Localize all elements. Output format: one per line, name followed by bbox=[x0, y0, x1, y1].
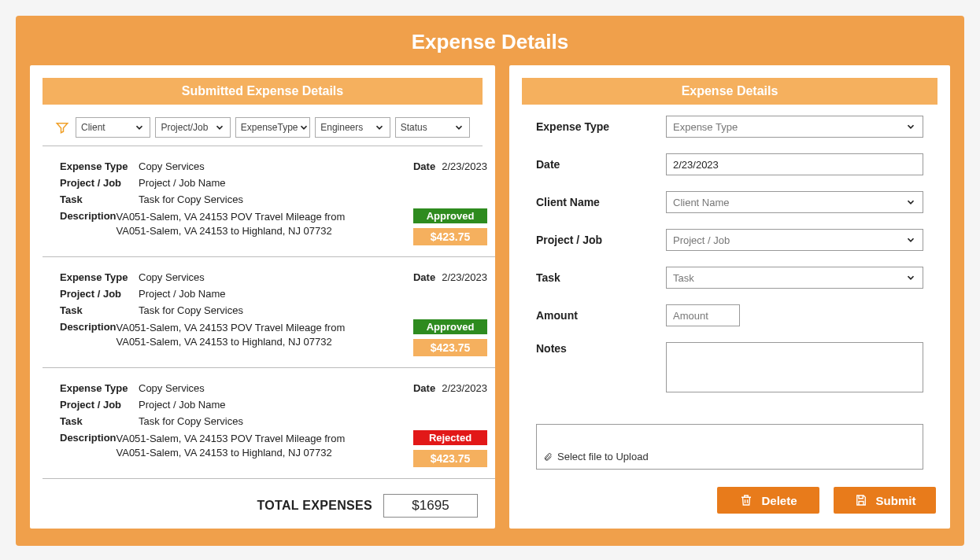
amount-badge: $423.75 bbox=[413, 228, 487, 245]
chevron-down-icon bbox=[905, 121, 916, 132]
expense-card-right: Date 2/23/2023 Approved $423.75 bbox=[385, 271, 487, 356]
form-label-expense-type: Expense Type bbox=[536, 120, 666, 133]
expense-date-value: 2/23/2023 bbox=[442, 160, 487, 172]
save-icon bbox=[854, 493, 868, 507]
delete-button[interactable]: Delete bbox=[717, 487, 819, 514]
task-select[interactable]: Task bbox=[666, 267, 923, 289]
chevron-down-icon bbox=[214, 122, 225, 133]
status-filter[interactable]: Status bbox=[395, 117, 470, 138]
expense-list[interactable]: Expense TypeCopy Services Project / JobP… bbox=[43, 146, 495, 484]
project-value: Project / Job Name bbox=[139, 399, 226, 411]
expense-type-label: Expense Type bbox=[60, 271, 139, 283]
submit-button-label: Submit bbox=[876, 494, 916, 507]
expense-card[interactable]: Expense TypeCopy Services Project / JobP… bbox=[43, 368, 495, 479]
project-label: Project / Job bbox=[60, 177, 139, 189]
expense-type-value: Copy Services bbox=[139, 160, 205, 172]
project-filter[interactable]: Project/Job bbox=[155, 117, 230, 138]
expense-form-header: Expense Details bbox=[522, 78, 937, 105]
expense-date-label: Date bbox=[413, 160, 435, 172]
amount-badge: $423.75 bbox=[413, 450, 487, 467]
expense-type-value: Copy Services bbox=[139, 382, 205, 394]
notes-textarea[interactable] bbox=[666, 342, 923, 392]
expense-type-label: Expense Type bbox=[60, 382, 139, 394]
project-filter-label: Project/Job bbox=[161, 122, 208, 133]
client-name-select[interactable]: Client Name bbox=[666, 191, 923, 213]
status-filter-label: Status bbox=[401, 122, 427, 133]
submitted-expenses-panel: Submitted Expense Details Client Project… bbox=[30, 65, 495, 529]
amount-placeholder: Amount bbox=[673, 310, 708, 322]
submit-button[interactable]: Submit bbox=[834, 487, 936, 514]
expense-card-right: Date 2/23/2023 Approved $423.75 bbox=[385, 160, 487, 245]
engineers-filter-label: Engineers bbox=[320, 122, 363, 133]
amount-badge: $423.75 bbox=[413, 339, 487, 356]
chevron-down-icon bbox=[905, 234, 916, 245]
expense-date-value: 2/23/2023 bbox=[442, 382, 487, 394]
expense-card-left: Expense TypeCopy Services Project / JobP… bbox=[60, 160, 377, 245]
chevron-down-icon bbox=[374, 122, 385, 133]
client-filter-label: Client bbox=[81, 122, 105, 133]
description-label: Description bbox=[60, 432, 116, 459]
expense-date-label: Date bbox=[413, 382, 435, 394]
chevron-down-icon bbox=[453, 122, 464, 133]
expense-date-row: Date 2/23/2023 bbox=[413, 382, 487, 394]
project-value: Project / Job Name bbox=[139, 288, 226, 300]
form-label-amount: Amount bbox=[536, 309, 666, 322]
submitted-expenses-header: Submitted Expense Details bbox=[43, 78, 483, 105]
task-value: Task for Copy Services bbox=[139, 304, 243, 316]
project-label: Project / Job bbox=[60, 288, 139, 300]
description-label: Description bbox=[60, 210, 116, 238]
description-value: VA051-Salem, VA 24153 POV Travel Mileage… bbox=[116, 321, 377, 348]
expense-type-select[interactable]: Expense Type bbox=[666, 116, 923, 138]
expense-card[interactable]: Expense TypeCopy Services Project / JobP… bbox=[43, 257, 495, 368]
trash-icon bbox=[739, 493, 753, 507]
project-placeholder: Project / Job bbox=[673, 234, 730, 246]
task-label: Task bbox=[60, 193, 139, 205]
file-upload-trigger[interactable]: Select file to Upload bbox=[543, 451, 649, 462]
expense-type-label: Expense Type bbox=[60, 160, 139, 172]
filters-row: Client Project/Job ExpenseType Engineers… bbox=[43, 105, 483, 146]
page-title: Expense Details bbox=[30, 30, 950, 54]
total-expenses-label: TOTAL EXPENSES bbox=[257, 499, 372, 513]
file-upload-label: Select file to Upload bbox=[557, 451, 649, 462]
project-value: Project / Job Name bbox=[139, 177, 226, 189]
chevron-down-icon bbox=[298, 122, 309, 133]
form-buttons-row: Delete Submit bbox=[509, 470, 950, 528]
task-label: Task bbox=[60, 304, 139, 316]
form-label-date: Date bbox=[536, 158, 666, 171]
expense-type-filter[interactable]: ExpenseType bbox=[235, 117, 310, 138]
form-label-task: Task bbox=[536, 271, 666, 284]
expense-card[interactable]: Expense TypeCopy Services Project / JobP… bbox=[43, 146, 495, 257]
project-select[interactable]: Project / Job bbox=[666, 229, 923, 251]
expense-card[interactable]: Expense TypeCopy Services Project / JobP… bbox=[43, 479, 495, 484]
amount-input[interactable]: Amount bbox=[666, 304, 740, 326]
expense-details-container: Expense Details Submitted Expense Detail… bbox=[16, 16, 964, 546]
expense-date-row: Date 2/23/2023 bbox=[413, 160, 487, 172]
chevron-down-icon bbox=[905, 197, 916, 208]
panels-row: Submitted Expense Details Client Project… bbox=[30, 65, 950, 529]
task-label: Task bbox=[60, 415, 139, 427]
file-upload-box[interactable]: Select file to Upload bbox=[536, 424, 923, 470]
form-label-notes: Notes bbox=[536, 342, 666, 355]
expense-date-value: 2/23/2023 bbox=[442, 271, 487, 283]
total-expenses-value: $1695 bbox=[383, 494, 478, 518]
expense-type-value: Copy Services bbox=[139, 271, 205, 283]
description-value: VA051-Salem, VA 24153 POV Travel Mileage… bbox=[116, 432, 377, 459]
status-badge: Approved bbox=[413, 208, 487, 223]
date-input[interactable]: 2/23/2023 bbox=[666, 153, 923, 175]
engineers-filter[interactable]: Engineers bbox=[315, 117, 390, 138]
chevron-down-icon bbox=[905, 272, 916, 283]
expense-form-panel: Expense Details Expense Type Expense Typ… bbox=[509, 65, 950, 529]
delete-button-label: Delete bbox=[761, 494, 797, 507]
expense-type-placeholder: Expense Type bbox=[673, 121, 738, 133]
expense-date-label: Date bbox=[413, 271, 435, 283]
chevron-down-icon bbox=[134, 122, 145, 133]
project-label: Project / Job bbox=[60, 399, 139, 411]
totals-row: TOTAL EXPENSES $1695 bbox=[30, 484, 495, 529]
client-filter[interactable]: Client bbox=[76, 117, 150, 138]
description-value: VA051-Salem, VA 24153 POV Travel Mileage… bbox=[116, 210, 377, 238]
task-placeholder: Task bbox=[673, 272, 694, 284]
status-badge: Rejected bbox=[413, 430, 487, 445]
task-value: Task for Copy Services bbox=[139, 193, 243, 205]
expense-card-left: Expense TypeCopy Services Project / JobP… bbox=[60, 382, 377, 467]
expense-card-left: Expense TypeCopy Services Project / JobP… bbox=[60, 271, 377, 356]
